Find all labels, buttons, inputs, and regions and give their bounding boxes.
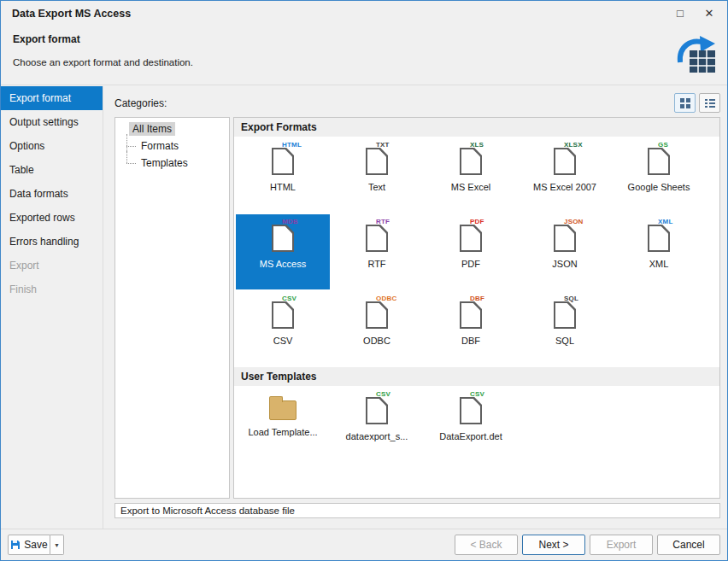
format-tile-pdf[interactable]: PDF PDF	[424, 214, 518, 289]
close-icon[interactable]: ✕	[695, 1, 724, 26]
format-tile-google-sheets[interactable]: GS Google Sheets	[612, 137, 706, 213]
tree-item-templates[interactable]: Templates	[115, 155, 229, 172]
format-tile-xml[interactable]: XML XML	[612, 214, 706, 289]
format-row: HTML HTML TXT Text XLS MS Excel XLSX MS …	[234, 137, 719, 213]
format-tile-rtf[interactable]: RTF RTF	[330, 214, 424, 289]
format-label: MS Access	[260, 259, 306, 270]
step-options[interactable]: Options	[1, 134, 103, 158]
file-ext-label: SQL	[564, 295, 578, 302]
save-button[interactable]: Save	[8, 535, 50, 555]
wizard-steps-sidebar: Export format Output settings Options Ta…	[1, 86, 103, 529]
format-label: DBF	[461, 336, 480, 347]
format-tile-dbf[interactable]: DBF DBF	[424, 291, 518, 366]
categories-label: Categories:	[114, 97, 167, 109]
file-icon: JSON	[554, 225, 576, 252]
file-icon: PDF	[460, 225, 482, 252]
page-subtitle: Choose an export format and destination.	[13, 57, 193, 67]
file-ext-label: XML	[658, 218, 673, 225]
file-icon: CSV	[366, 397, 388, 424]
status-bar: Export to Microsoft Access database file	[114, 503, 720, 518]
tree-item-all-items[interactable]: All Items	[115, 120, 229, 137]
window-title: Data Export MS Access	[12, 1, 131, 26]
file-ext-label: GS	[658, 141, 668, 149]
format-label: ODBC	[363, 336, 390, 347]
format-tile-html[interactable]: HTML HTML	[236, 137, 330, 213]
section-user-templates: User Templates	[234, 367, 719, 386]
file-ext-label: XLSX	[564, 141, 583, 149]
template-tile-dataexport-det[interactable]: CSV DataExport.det	[424, 387, 518, 462]
data-export-dialog: Data Export MS Access □ ✕ Export format …	[0, 0, 728, 561]
format-label: MS Excel	[451, 182, 490, 193]
step-finish: Finish	[1, 278, 103, 301]
footer-bar: Save ▼ < Back Next > Export Cancel	[1, 529, 727, 560]
step-errors-handling[interactable]: Errors handling	[1, 230, 103, 254]
wizard-nav-buttons: < Back Next > Export Cancel	[455, 535, 720, 555]
template-tile-load[interactable]: Load Template...	[236, 387, 330, 462]
format-label: Text	[368, 182, 385, 193]
chevron-down-icon: ▼	[54, 542, 60, 548]
list-view-button[interactable]	[699, 93, 720, 113]
template-label: dataexport_s...	[346, 431, 408, 442]
file-icon: XML	[648, 225, 670, 252]
file-ext-label: CSV	[282, 295, 296, 302]
format-tile-text[interactable]: TXT Text	[330, 137, 424, 213]
format-tile-ms-excel-2007[interactable]: XLSX MS Excel 2007	[518, 137, 612, 213]
formats-panel: Export Formats HTML HTML TXT Text XLS MS…	[233, 117, 720, 499]
format-label: HTML	[270, 182, 296, 193]
save-dropdown-button[interactable]: ▼	[50, 535, 64, 555]
file-ext-label: MDB	[282, 218, 298, 225]
window-controls: □ ✕	[666, 1, 724, 26]
tree-item-formats[interactable]: Formats	[115, 137, 229, 155]
format-tile-odbc[interactable]: ODBC ODBC	[330, 291, 424, 366]
cancel-button[interactable]: Cancel	[657, 535, 720, 555]
format-label: MS Excel 2007	[533, 182, 596, 193]
step-output-settings[interactable]: Output settings	[1, 110, 103, 134]
next-button[interactable]: Next >	[522, 535, 585, 555]
step-table[interactable]: Table	[1, 158, 103, 182]
file-icon: ODBC	[366, 301, 388, 329]
categories-tree: All Items Formats Templates	[114, 117, 230, 499]
template-label: Load Template...	[248, 427, 317, 438]
file-icon: CSV	[272, 301, 294, 329]
step-exported-rows[interactable]: Exported rows	[1, 206, 103, 230]
file-icon: HTML	[272, 148, 294, 175]
file-icon: XLS	[460, 148, 482, 175]
file-icon: SQL	[554, 301, 576, 329]
format-label: PDF	[461, 259, 480, 270]
format-label: Google Sheets	[628, 182, 690, 193]
maximize-icon[interactable]: □	[666, 1, 695, 26]
format-label: RTF	[367, 259, 385, 270]
file-icon: RTF	[366, 225, 388, 252]
step-data-formats[interactable]: Data formats	[1, 182, 103, 206]
grid-view-icon	[679, 97, 691, 109]
format-tile-json[interactable]: JSON JSON	[518, 214, 612, 289]
step-export: Export	[1, 254, 103, 278]
file-icon: DBF	[460, 301, 482, 329]
format-tile-csv[interactable]: CSV CSV	[236, 291, 330, 366]
file-ext-label: RTF	[376, 218, 390, 225]
format-row: CSV CSV ODBC ODBC DBF DBF SQL SQL	[234, 290, 719, 367]
file-icon: XLSX	[554, 148, 576, 175]
file-icon: MDB	[272, 225, 294, 252]
template-row: Load Template... CSV dataexport_s... CSV…	[234, 386, 719, 463]
folder-icon	[269, 400, 296, 420]
main-content: Categories: All Items Formats Templates …	[112, 86, 720, 529]
export-button: Export	[590, 535, 653, 555]
file-ext-label: HTML	[282, 141, 302, 149]
file-icon: CSV	[460, 397, 482, 424]
format-label: SQL	[555, 336, 574, 347]
format-tile-ms-access[interactable]: MDB MS Access	[236, 214, 330, 289]
step-export-format[interactable]: Export format	[1, 86, 103, 110]
titlebar: Data Export MS Access □ ✕	[1, 1, 727, 26]
export-wizard-icon	[676, 35, 717, 74]
icons-view-button[interactable]	[674, 93, 696, 113]
file-ext-label: CSV	[376, 390, 390, 398]
format-label: CSV	[273, 336, 293, 347]
file-ext-label: ODBC	[376, 295, 396, 302]
file-icon: TXT	[366, 148, 388, 175]
format-tile-ms-excel[interactable]: XLS MS Excel	[424, 137, 518, 213]
save-split-button: Save ▼	[8, 535, 64, 555]
file-ext-label: JSON	[564, 218, 584, 225]
template-tile-dataexport-s[interactable]: CSV dataexport_s...	[330, 387, 424, 462]
format-tile-sql[interactable]: SQL SQL	[518, 291, 612, 366]
